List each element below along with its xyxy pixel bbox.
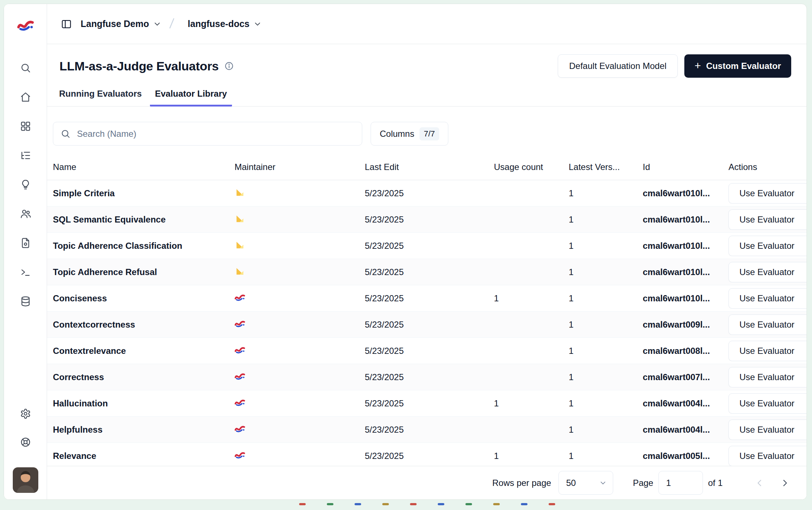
table-toolbar: Columns 7/7	[47, 122, 807, 146]
latest-version-cell: 1	[569, 398, 643, 409]
evaluator-name: Topic Adherence Refusal	[53, 267, 235, 277]
sidebar-nav	[16, 58, 35, 311]
actions-cell: Use Evaluator	[728, 420, 807, 440]
usage-count-cell: 1	[494, 398, 569, 409]
evaluator-id-cell: cmal6wart010l...	[643, 241, 728, 251]
database-icon[interactable]	[16, 291, 35, 311]
lightbulb-icon[interactable]	[16, 175, 35, 194]
maintainer-cell	[235, 213, 365, 226]
tab-evaluator-library[interactable]: Evaluator Library	[150, 89, 232, 107]
latest-version-cell: 1	[569, 372, 643, 382]
table-row[interactable]: Conciseness 5/23/2025 1 1 cmal6wart010l.…	[47, 285, 807, 312]
latest-version-cell: 1	[569, 346, 643, 356]
project-switcher[interactable]: langfuse-docs	[188, 19, 262, 29]
rows-per-page-select[interactable]: 50	[558, 471, 613, 495]
actions-cell: Use Evaluator	[728, 367, 807, 387]
maintainer-cell	[235, 239, 365, 252]
user-avatar[interactable]	[13, 467, 38, 493]
traces-tree-icon[interactable]	[16, 146, 35, 165]
latest-version-cell: 1	[569, 188, 643, 198]
evaluator-id-cell: cmal6wart008l...	[643, 346, 728, 356]
terminal-icon[interactable]	[16, 262, 35, 282]
langfuse-icon	[235, 371, 245, 381]
maintainer-cell	[235, 397, 365, 410]
table-row[interactable]: Topic Adherence Refusal 5/23/2025 1 cmal…	[47, 259, 807, 285]
column-header-usage-count: Usage count	[494, 162, 569, 172]
sidebar-toggle-icon[interactable]	[58, 16, 75, 32]
previous-page-button[interactable]	[751, 474, 769, 492]
tab-running-evaluators[interactable]: Running Evaluators	[54, 89, 147, 107]
org-name: Langfuse Demo	[81, 19, 149, 29]
use-evaluator-button[interactable]: Use Evaluator	[728, 236, 807, 256]
use-evaluator-button[interactable]: Use Evaluator	[728, 314, 807, 335]
last-edit-cell: 5/23/2025	[365, 293, 494, 304]
tab-bar: Running Evaluators Evaluator Library	[47, 89, 807, 107]
page-content: LLM-as-a-Judge Evaluators Default Evalua…	[47, 44, 807, 466]
use-evaluator-button[interactable]: Use Evaluator	[728, 209, 807, 230]
default-evaluation-model-button[interactable]: Default Evaluation Model	[558, 54, 678, 78]
latest-version-cell: 1	[569, 267, 643, 277]
actions-cell: Use Evaluator	[728, 183, 807, 204]
use-evaluator-button[interactable]: Use Evaluator	[728, 288, 807, 309]
chevron-down-icon	[153, 20, 162, 28]
background-page-artifacts	[299, 503, 555, 505]
columns-button[interactable]: Columns 7/7	[371, 122, 448, 146]
table-row[interactable]: SQL Semantic Equivalence 5/23/2025 1 cma…	[47, 206, 807, 233]
search-input[interactable]	[76, 128, 355, 139]
total-pages-label: of 1	[708, 478, 723, 488]
org-switcher[interactable]: Langfuse Demo	[81, 19, 162, 29]
project-name: langfuse-docs	[188, 19, 250, 29]
actions-cell: Use Evaluator	[728, 209, 807, 230]
table-row[interactable]: Correctness 5/23/2025 1 cmal6wart007l...…	[47, 364, 807, 390]
evaluator-name: Contextcorrectness	[53, 320, 235, 330]
custom-evaluator-button[interactable]: + Custom Evaluator	[684, 54, 791, 78]
evaluator-name: Topic Adherence Classification	[53, 241, 235, 251]
actions-cell: Use Evaluator	[728, 288, 807, 309]
evaluator-id-cell: cmal6wart007l...	[643, 372, 728, 382]
use-evaluator-button[interactable]: Use Evaluator	[728, 420, 807, 440]
use-evaluator-button[interactable]: Use Evaluator	[728, 367, 807, 387]
support-lifebuoy-icon[interactable]	[16, 432, 35, 452]
table-row[interactable]: Relevance 5/23/2025 1 1 cmal6wart005l...…	[47, 443, 807, 466]
table-row[interactable]: Hallucination 5/23/2025 1 1 cmal6wart004…	[47, 390, 807, 417]
document-badge-icon[interactable]	[16, 233, 35, 253]
langfuse-icon	[235, 449, 245, 460]
last-edit-cell: 5/23/2025	[365, 425, 494, 435]
users-icon[interactable]	[16, 204, 35, 224]
maintainer-cell	[235, 449, 365, 462]
use-evaluator-button[interactable]: Use Evaluator	[728, 262, 807, 282]
search-icon[interactable]	[16, 58, 35, 78]
evaluator-id-cell: cmal6wart009l...	[643, 320, 728, 330]
maintainer-cell	[235, 318, 365, 331]
table-row[interactable]: Helpfulness 5/23/2025 1 cmal6wart004l...…	[47, 417, 807, 443]
table-row[interactable]: Topic Adherence Classification 5/23/2025…	[47, 233, 807, 259]
topbar: Langfuse Demo langfuse-docs	[47, 4, 807, 44]
sidebar-bottom	[16, 404, 35, 452]
search-box[interactable]	[53, 122, 362, 146]
latest-version-cell: 1	[569, 425, 643, 435]
use-evaluator-button[interactable]: Use Evaluator	[728, 393, 807, 414]
chevron-down-icon	[599, 479, 607, 487]
use-evaluator-button[interactable]: Use Evaluator	[728, 446, 807, 466]
page-header: LLM-as-a-Judge Evaluators Default Evalua…	[47, 54, 807, 78]
table-row[interactable]: Contextcorrectness 5/23/2025 1 cmal6wart…	[47, 312, 807, 338]
evaluator-id-cell: cmal6wart010l...	[643, 267, 728, 277]
evaluator-name: Hallucination	[53, 398, 235, 409]
langfuse-logo-icon[interactable]	[17, 18, 34, 32]
use-evaluator-button[interactable]: Use Evaluator	[728, 183, 807, 204]
latest-version-cell: 1	[569, 451, 643, 461]
latest-version-cell: 1	[569, 241, 643, 251]
table-row[interactable]: Contextrelevance 5/23/2025 1 cmal6wart00…	[47, 338, 807, 364]
page-number-input[interactable]	[658, 471, 703, 495]
ragas-icon	[235, 187, 245, 197]
next-page-button[interactable]	[776, 474, 793, 492]
evaluator-name: Relevance	[53, 451, 235, 461]
app-window: Langfuse Demo langfuse-docs LLM-as-a-Jud…	[4, 4, 807, 500]
use-evaluator-button[interactable]: Use Evaluator	[728, 341, 807, 361]
settings-gear-icon[interactable]	[16, 404, 35, 424]
home-icon[interactable]	[16, 87, 35, 107]
last-edit-cell: 5/23/2025	[365, 188, 494, 198]
info-icon[interactable]	[224, 61, 234, 71]
dashboard-grid-icon[interactable]	[16, 116, 35, 136]
table-row[interactable]: Simple Criteria 5/23/2025 1 cmal6wart010…	[47, 180, 807, 206]
